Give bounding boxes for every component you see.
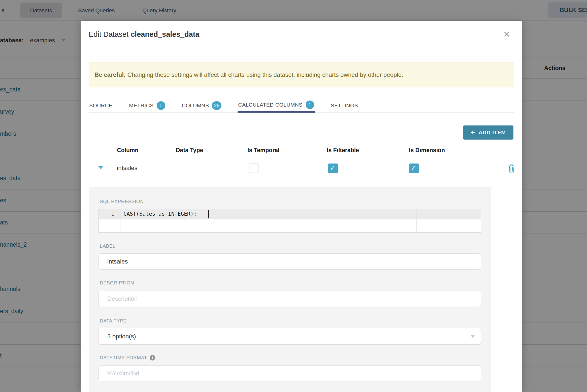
- tab-label: METRICS: [129, 103, 153, 109]
- datetime-format-label-text: DATETIME FORMAT: [100, 355, 147, 361]
- editor-line-number: 1: [99, 211, 114, 217]
- info-icon[interactable]: [150, 355, 155, 361]
- grid-header-is-temporal: Is Temporal: [247, 147, 279, 154]
- tab-columns[interactable]: COLUMNS25: [181, 95, 222, 113]
- is-temporal-checkbox[interactable]: [249, 164, 258, 173]
- chevron-down-icon: [471, 335, 475, 338]
- modal-title-dataset-name: cleaned_sales_data: [131, 30, 199, 38]
- description-field-label-text: DESCRIPTION: [100, 280, 134, 286]
- calculated-column-name: intsales: [117, 165, 137, 172]
- label-field-label-text: LABEL: [100, 243, 115, 249]
- columns-count-badge: 25: [212, 101, 221, 110]
- tab-source[interactable]: SOURCE: [89, 95, 113, 113]
- description-field-label: DESCRIPTION: [100, 280, 134, 286]
- tab-label: SOURCE: [89, 103, 112, 109]
- data-type-field-label: DATA TYPE: [100, 318, 127, 324]
- grid-header-data-type: Data Type: [176, 147, 203, 154]
- description-input[interactable]: [99, 291, 481, 307]
- warning-banner: Be careful.Changing these settings will …: [89, 62, 514, 87]
- collapse-row-caret-icon[interactable]: [98, 166, 103, 169]
- metrics-count-badge: 1: [157, 101, 165, 110]
- data-type-select[interactable]: 3 option(s): [99, 328, 481, 345]
- warning-banner-bold: Be careful.: [94, 71, 125, 78]
- sql-expression-editor[interactable]: 1 CAST(Sales as INTEGER);: [99, 209, 481, 233]
- label-field-label: LABEL: [100, 243, 115, 249]
- datetime-format-input[interactable]: [99, 365, 481, 381]
- tab-metrics[interactable]: METRICS1: [128, 95, 166, 113]
- delete-column-icon[interactable]: [508, 164, 516, 174]
- editor-print-margin: [416, 209, 417, 232]
- editor-gutter-divider: [120, 209, 120, 232]
- close-icon[interactable]: [500, 28, 513, 41]
- calculated-column-detail-panel: SQL EXPRESSION 1 CAST(Sales as INTEGER);…: [89, 187, 491, 392]
- tab-settings[interactable]: SETTINGS: [330, 95, 358, 113]
- modal-header: Edit Datasetcleaned_sales_data: [81, 21, 522, 48]
- grid-header-divider: [89, 158, 514, 158]
- tab-calculated-columns[interactable]: CALCULATED COLUMNS1: [238, 95, 314, 113]
- datetime-format-field-label: DATETIME FORMAT: [100, 355, 155, 361]
- editor-code-text[interactable]: CAST(Sales as INTEGER);: [123, 211, 197, 217]
- tab-label: SETTINGS: [331, 103, 358, 109]
- modal-title-prefix: Edit Dataset: [89, 30, 128, 38]
- data-type-selected-value: 3 option(s): [107, 333, 136, 340]
- is-filterable-checkbox[interactable]: [328, 164, 338, 173]
- is-dimension-checkbox[interactable]: [409, 164, 419, 173]
- grid-header-column: Column: [117, 147, 139, 154]
- plus-icon: [471, 128, 475, 137]
- add-item-label: ADD ITEM: [479, 129, 506, 136]
- edit-dataset-modal: Edit Datasetcleaned_sales_data Be carefu…: [81, 21, 522, 392]
- warning-banner-text: Changing these settings will affect all …: [127, 71, 403, 78]
- sql-expression-label: SQL EXPRESSION: [100, 199, 144, 204]
- label-input[interactable]: [99, 253, 481, 270]
- tab-label: CALCULATED COLUMNS: [238, 102, 302, 108]
- sql-expression-label-text: SQL EXPRESSION: [100, 199, 144, 204]
- calculated-columns-count-badge: 1: [306, 101, 314, 109]
- editor-text-cursor: [208, 210, 209, 218]
- modal-tab-bar: SOURCE METRICS1 COLUMNS25 CALCULATED COL…: [89, 95, 514, 113]
- tab-label: COLUMNS: [182, 103, 209, 109]
- modal-title: Edit Datasetcleaned_sales_data: [89, 21, 199, 48]
- grid-header-is-dimension: Is Dimension: [409, 147, 445, 154]
- grid-header-is-filterable: Is Filterable: [327, 147, 359, 154]
- data-type-field-label-text: DATA TYPE: [100, 318, 127, 324]
- add-item-button[interactable]: ADD ITEM: [463, 125, 513, 140]
